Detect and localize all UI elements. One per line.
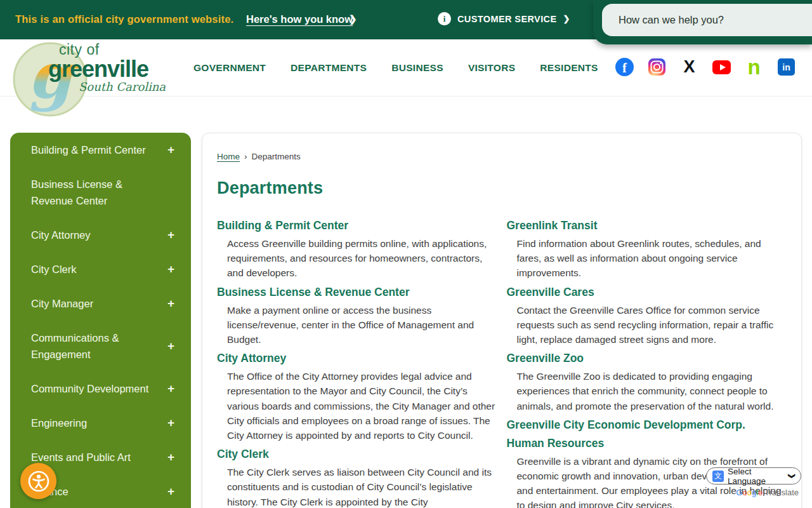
expand-plus-icon[interactable]: + [167,262,174,276]
dept-business-license-revenue-center: Business License & Revenue Center Make a… [217,286,497,347]
logo-greenville: greenville [48,58,166,81]
expand-plus-icon[interactable]: + [167,297,174,311]
accessibility-person-icon [27,470,50,493]
dept-description: The City Clerk serves as liaison between… [217,465,497,508]
dept-building-permit-center: Building & Permit Center Access Greenvil… [217,219,497,281]
sidebar-item-business-license-revenue-center[interactable]: Business License & Revenue Center [10,167,191,218]
site-header: g city of greenville South Carolina GOVE… [0,39,812,97]
departments-column-left: Building & Permit Center Access Greenvil… [217,214,497,508]
chevron-right-icon: ❯ [563,14,570,23]
breadcrumb-separator: › [244,152,247,161]
page-title: Departments [217,178,786,198]
dept-description: The Office of the City Attorney provides… [217,369,497,443]
expand-plus-icon[interactable]: + [167,339,174,353]
dept-description: Access Greenville building permits onlin… [217,236,497,281]
dept-link[interactable]: Human Resources [507,437,787,450]
sidebar-item-communications-engagement[interactable]: Communications & Engagement + [10,321,191,371]
accessibility-button[interactable] [20,463,56,499]
departments-columns: Building & Permit Center Access Greenvil… [217,214,786,508]
sidebar-item-engineering[interactable]: Engineering + [10,406,191,440]
facebook-icon[interactable]: f [615,58,634,76]
google-translate-attribution: GoogleTranslate [706,488,801,497]
customer-service-label: CUSTOMER SERVICE [457,14,557,24]
x-twitter-icon[interactable]: X [680,58,698,76]
translate-word: Translate [764,488,799,497]
logo-south-carolina: South Carolina [79,81,166,93]
dept-link[interactable]: Building & Permit Center [217,219,497,232]
main-nav: GOVERNMENT DEPARTMENTS BUSINESS VISITORS… [193,62,598,74]
nav-item-visitors[interactable]: VISITORS [468,62,515,74]
search-input[interactable]: How can we help you? [602,4,812,36]
official-banner-text: This is an official city government webs… [15,13,233,25]
nav-item-government[interactable]: GOVERNMENT [193,62,266,74]
dept-description: Make a payment online or access the busi… [217,303,497,347]
logo-wordmark[interactable]: city of greenville South Carolina [48,43,166,93]
sidebar-item-city-manager[interactable]: City Manager + [10,286,191,321]
expand-plus-icon[interactable]: + [167,382,174,396]
dept-link[interactable]: Business License & Revenue Center [217,286,497,299]
official-banner: This is an official city government webs… [0,0,812,39]
search-container: How can we help you? [593,0,812,44]
dept-city-attorney: City Attorney The Office of the City Att… [217,352,497,443]
sidebar-item-community-development[interactable]: Community Development + [10,371,191,406]
language-select-dropdown[interactable]: 文 Select Language ❯ [706,467,801,485]
breadcrumb: Home › Departments [217,152,786,161]
dept-greenville-city-economic-development-corp: Greenville City Economic Development Cor… [507,418,787,432]
expand-plus-icon[interactable]: + [167,228,174,242]
sidebar-item-city-attorney[interactable]: City Attorney + [10,218,191,252]
dept-link[interactable]: Greenville Zoo [507,352,787,365]
dept-link[interactable]: Greenville Cares [507,286,787,299]
customer-service-link[interactable]: i CUSTOMER SERVICE ❯ [438,12,570,25]
dept-greenville-cares: Greenville Cares Contact the Greenville … [507,286,787,347]
dept-description: Find information about Greenlink routes,… [507,236,787,281]
how-you-know-link[interactable]: Here's how you know [246,13,353,25]
language-select-label: Select Language [728,467,785,486]
info-icon: i [438,12,451,25]
nav-item-departments[interactable]: DEPARTMENTS [291,62,367,74]
departments-column-right: Greenlink Transit Find information about… [507,214,787,508]
google-translate-widget: 文 Select Language ❯ GoogleTranslate [706,467,801,497]
breadcrumb-home-link[interactable]: Home [217,152,240,161]
expand-plus-icon[interactable]: + [167,143,174,157]
expand-plus-icon[interactable]: + [167,485,174,498]
google-translate-icon: 文 [712,471,724,482]
sidebar-item-building-permit-center[interactable]: Building & Permit Center + [10,133,191,167]
nav-item-business[interactable]: BUSINESS [391,62,443,74]
dept-description: The Greenville Zoo is dedicated to provi… [507,369,787,413]
dept-link[interactable]: City Clerk [217,448,497,461]
chevron-down-icon: ❯ [788,473,796,479]
dept-link[interactable]: City Attorney [217,352,497,365]
departments-sidebar: Building & Permit Center + Business Lice… [10,133,191,508]
dept-greenville-zoo: Greenville Zoo The Greenville Zoo is ded… [507,352,787,413]
dept-link[interactable]: Greenville City Economic Development Cor… [507,418,787,432]
expand-plus-icon[interactable]: + [167,416,174,430]
dept-link[interactable]: Greenlink Transit [507,219,787,232]
chevron-right-icon[interactable]: ❯ [349,13,357,25]
social-links: f X n in [615,58,796,76]
nextdoor-icon[interactable]: n [745,58,763,76]
linkedin-icon[interactable]: in [777,58,796,76]
instagram-icon[interactable] [648,58,666,76]
main-content: Home › Departments Departments Building … [202,133,802,508]
logo-city-of: city of [59,43,166,57]
dept-description: Contact the Greenville Cares Office for … [507,303,787,347]
nav-item-residents[interactable]: RESIDENTS [540,62,598,74]
sidebar-item-city-clerk[interactable]: City Clerk + [10,252,191,286]
breadcrumb-current: Departments [252,152,301,161]
dept-city-clerk: City Clerk The City Clerk serves as liai… [217,448,497,508]
dept-greenlink-transit: Greenlink Transit Find information about… [507,219,787,281]
expand-plus-icon[interactable]: + [167,450,174,464]
youtube-icon[interactable] [712,58,731,76]
